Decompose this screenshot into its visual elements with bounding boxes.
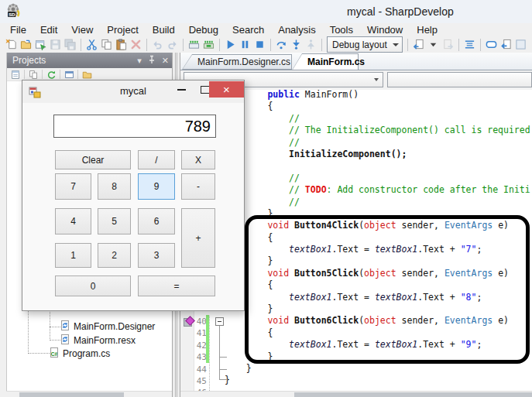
calc-button-b9[interactable]: 9 [138, 173, 175, 200]
open-icon[interactable] [19, 38, 33, 51]
toolbar-separator [60, 70, 60, 79]
box-outline-icon[interactable] [485, 38, 498, 51]
format-lines-icon[interactable] [463, 38, 476, 51]
debug-layout-combo[interactable]: Debug layout [327, 36, 403, 53]
code-line: // The InitializeComponent() call is req… [225, 125, 530, 136]
window-title: mycal - SharpDevelop [347, 5, 454, 18]
build-icon[interactable] [187, 38, 201, 51]
menu-item-view[interactable]: View [64, 24, 100, 36]
refresh-icon[interactable] [45, 69, 57, 80]
menu-item-build[interactable]: Build [146, 24, 182, 36]
calc-button-eq[interactable]: = [138, 276, 215, 296]
stop-icon[interactable] [253, 38, 266, 51]
calc-button-b1[interactable]: 1 [55, 243, 91, 268]
tree-connector [50, 340, 60, 341]
menu-item-debug[interactable]: Debug [182, 24, 225, 36]
copy-icon[interactable] [100, 38, 113, 51]
pause-icon[interactable] [239, 38, 252, 51]
code-line: { [225, 232, 530, 244]
calc-button-b0[interactable]: 0 [55, 276, 131, 296]
calculator-display[interactable]: 789 [53, 115, 216, 138]
calc-button-b8[interactable]: 8 [98, 173, 131, 200]
calc-button-b6[interactable]: 6 [138, 208, 175, 234]
step-over-icon[interactable] [275, 38, 288, 51]
tree-item-mainform-designer[interactable]: MainForm.Designer [60, 320, 155, 334]
new-project-icon[interactable] [34, 38, 47, 51]
calc-button-b2[interactable]: 2 [98, 243, 131, 268]
step-into-icon[interactable] [290, 38, 303, 51]
tab-mainform-designer-cs[interactable]: MainForm.Designer.cs [182, 54, 292, 70]
menu-item-search[interactable]: Search [225, 24, 271, 36]
menu-item-file[interactable]: File [3, 24, 33, 36]
code-line: // [225, 173, 530, 184]
tree-item-mainform-resx[interactable]: MainForm.resx [60, 334, 136, 347]
show-all-files-icon[interactable] [27, 69, 39, 80]
toolbar-separator [270, 39, 271, 51]
code-line: } [225, 208, 530, 220]
member-combo[interactable] [387, 72, 532, 87]
calc-button-div[interactable]: / [138, 150, 175, 169]
calc-button-mul[interactable]: X [181, 150, 215, 169]
rebuild-icon[interactable] [202, 38, 215, 51]
close-button[interactable]: × [209, 81, 244, 98]
fold-collapse-icon[interactable] [215, 317, 224, 326]
close-icon[interactable]: ✕ [162, 56, 169, 66]
document-tab-strip: MainForm.Designer.csMainForm.cs [180, 53, 532, 70]
page-back-icon[interactable] [499, 38, 513, 51]
window-position-icon[interactable]: ▾ [137, 56, 142, 66]
run-icon[interactable] [224, 38, 237, 51]
redo-icon[interactable] [166, 38, 179, 51]
pin-icon[interactable] [148, 55, 156, 67]
save-icon[interactable] [49, 38, 62, 51]
cut-icon[interactable] [85, 38, 98, 51]
calculator-window[interactable]: mycal × 789 Clear/X789-456+1230= [22, 80, 245, 311]
delete-icon[interactable] [129, 38, 142, 51]
new-file-icon[interactable] [5, 38, 18, 51]
dropdown-arrow-icon[interactable] [427, 38, 440, 51]
calc-button-clear[interactable]: Clear [55, 150, 131, 169]
undo-icon[interactable] [151, 38, 164, 51]
bookmark-prev-icon[interactable] [412, 38, 425, 51]
tab-mainform-cs[interactable]: MainForm.cs [292, 53, 359, 70]
sharpdevelop-logo-icon: SD [5, 3, 22, 19]
window-icon[interactable] [63, 69, 75, 80]
line-number: 44 [190, 364, 207, 375]
projects-horizontal-scrollbar[interactable] [6, 391, 172, 397]
calc-button-b4[interactable]: 4 [55, 208, 91, 234]
csharp-file-icon: C# [49, 347, 60, 361]
scrollbar-thumb[interactable] [294, 392, 532, 397]
menu-item-project[interactable]: Project [100, 24, 145, 36]
folder-icon[interactable] [81, 69, 93, 80]
code-line: { [225, 101, 530, 112]
calc-button-plus[interactable]: + [181, 208, 215, 268]
paste-icon[interactable] [115, 38, 128, 51]
calc-button-b7[interactable]: 7 [55, 173, 91, 200]
toolbar-separator [480, 39, 481, 51]
menu-item-analysis[interactable]: Analysis [271, 24, 322, 36]
code-line: void Button6Click(object sender, EventAr… [225, 315, 530, 327]
code-line: } [225, 303, 530, 315]
code-text[interactable]: public MainForm() { // // The Initialize… [225, 89, 530, 397]
calculator-title-bar[interactable]: mycal × [22, 80, 244, 103]
bookmark-next-icon[interactable] [441, 38, 455, 51]
menu-item-help[interactable]: Help [410, 24, 444, 36]
main-toolbar: Debug layout [0, 36, 532, 53]
menu-item-window[interactable]: Window [360, 24, 410, 36]
clipped-edge-icon[interactable] [514, 38, 527, 51]
calc-button-b3[interactable]: 3 [138, 243, 175, 268]
svg-text:SD: SD [9, 12, 15, 17]
tree-item-program-cs[interactable]: C#Program.cs [49, 347, 110, 361]
properties-icon[interactable] [9, 69, 22, 80]
minimize-button[interactable] [170, 81, 193, 98]
code-line: { [225, 279, 530, 291]
code-line: InitializeComponent(); [225, 149, 530, 160]
menu-item-edit[interactable]: Edit [33, 24, 64, 36]
save-all-icon[interactable] [63, 38, 77, 51]
projects-panel-header[interactable]: Projects ▾ ✕ [7, 53, 173, 68]
calc-button-minus[interactable]: - [181, 173, 215, 200]
menu-item-tools[interactable]: Tools [323, 24, 360, 36]
scrollbar-thumb[interactable] [19, 392, 124, 397]
calc-button-b5[interactable]: 5 [98, 208, 131, 234]
editor-horizontal-scrollbar[interactable] [180, 391, 532, 397]
step-out-icon[interactable] [304, 38, 317, 51]
